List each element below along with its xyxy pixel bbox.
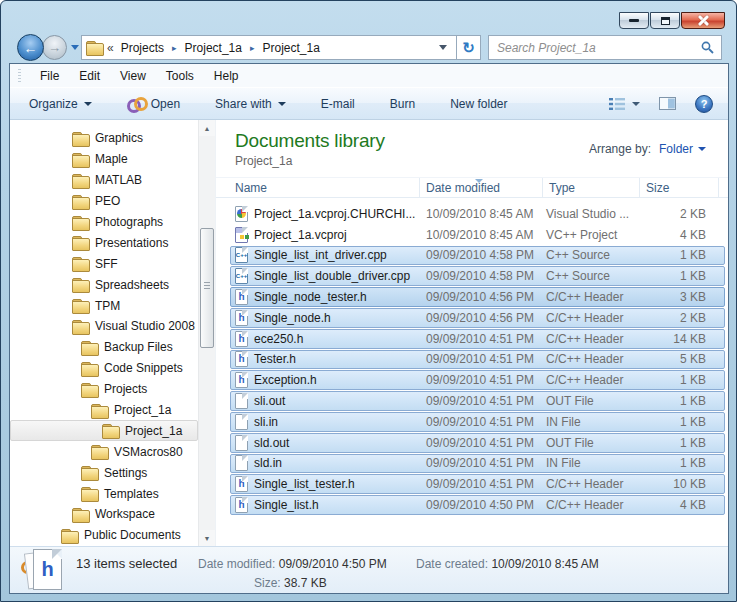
file-row-project-1a-vcproj-churchi-[interactable]: Project_1a.vcproj.CHURCHI...10/09/2010 8… <box>230 204 725 224</box>
sidebar-item-peo[interactable]: PEO <box>10 191 198 212</box>
sidebar-item-vsmacros80[interactable]: VSMacros80 <box>10 441 198 462</box>
address-bar[interactable]: « Projects▸Project_1a▸Project_1a <box>81 35 457 60</box>
breadcrumb-item-project-1a[interactable]: Project_1a <box>181 39 246 57</box>
file-row-sli-out[interactable]: sli.out09/09/2010 4:51 PMOUT File1 KB <box>230 391 725 411</box>
file-row-exception-h[interactable]: hException.h09/09/2010 4:51 PMC/C++ Head… <box>230 370 725 390</box>
file-size: 4 KB <box>640 498 713 512</box>
h-file-icon: h <box>235 476 248 492</box>
folder-icon <box>72 195 89 208</box>
vsuser-file-icon <box>235 206 248 222</box>
menu-item-file[interactable]: File <box>30 66 69 86</box>
arrange-by-control[interactable]: Arrange by: Folder <box>589 142 706 156</box>
sidebar-item-visual-studio-2008[interactable]: Visual Studio 2008 <box>10 316 198 337</box>
file-row-sld-out[interactable]: sld.out09/09/2010 4:51 PMOUT File1 KB <box>230 433 725 453</box>
file-row-tester-h[interactable]: hTester.h09/09/2010 4:51 PMC/C++ Header5… <box>230 350 725 370</box>
breadcrumb-item-project-1a[interactable]: Project_1a <box>258 39 323 57</box>
sidebar-scrollbar[interactable]: ▲ ▼ <box>198 120 215 546</box>
toolbar-button-burn[interactable]: Burn <box>381 92 424 116</box>
column-header-size[interactable]: Size <box>640 178 719 197</box>
size-value: 38.7 KB <box>284 576 327 590</box>
file-list: Project_1a.vcproj.CHURCHI...10/09/2010 8… <box>230 204 725 515</box>
scroll-down-icon[interactable]: ▼ <box>199 530 215 546</box>
sidebar-item-backup-files[interactable]: Backup Files <box>10 337 198 358</box>
arrange-by-value[interactable]: Folder <box>659 142 693 156</box>
sidebar-item-sff[interactable]: SFF <box>10 253 198 274</box>
sidebar-item-workspace[interactable]: Workspace <box>10 504 198 525</box>
toolbar-button-new-folder[interactable]: New folder <box>441 92 516 116</box>
breadcrumb-item-projects[interactable]: Projects <box>117 39 168 57</box>
file-date-modified: 09/09/2010 4:51 PM <box>421 456 542 470</box>
tree-item-label: MATLAB <box>95 173 142 187</box>
back-button[interactable]: ← <box>17 34 44 61</box>
views-dropdown-icon <box>632 102 640 106</box>
close-button[interactable] <box>681 12 725 29</box>
column-header-type[interactable]: Type <box>543 178 640 197</box>
sidebar-item-project-1a[interactable]: Project_1a <box>10 400 198 421</box>
file-name-cell: hSingle_node.h <box>231 310 421 326</box>
sidebar-item-presentations[interactable]: Presentations <box>10 232 198 253</box>
minimize-button[interactable] <box>619 12 649 29</box>
file-row-project-1a-vcproj[interactable]: Project_1a.vcproj10/09/2010 8:45 AMVC++ … <box>230 225 725 245</box>
sidebar-item-code-snippets[interactable]: Code Snippets <box>10 358 198 379</box>
file-row-single-list-tester-h[interactable]: hSingle_list_tester.h09/09/2010 4:51 PMC… <box>230 474 725 494</box>
file-name-cell: hTester.h <box>231 351 421 367</box>
sidebar-item-graphics[interactable]: Graphics <box>10 128 198 149</box>
menu-item-view[interactable]: View <box>110 66 156 86</box>
search-box[interactable] <box>488 35 722 60</box>
menu-item-help[interactable]: Help <box>204 66 249 86</box>
file-row-single-node-tester-h[interactable]: hSingle_node_tester.h09/09/2010 4:56 PMC… <box>230 287 725 307</box>
file-row-single-list-h[interactable]: hSingle_list.h09/09/2010 4:50 PMC/C++ He… <box>230 495 725 515</box>
file-name-cell: sli.out <box>231 393 421 409</box>
file-name-cell: sld.out <box>231 435 421 451</box>
sidebar-item-spreadsheets[interactable]: Spreadsheets <box>10 274 198 295</box>
address-dropdown-icon[interactable] <box>439 45 447 50</box>
folder-icon <box>72 174 89 187</box>
sidebar-item-photographs[interactable]: Photographs <box>10 212 198 233</box>
scrollbar-thumb[interactable] <box>200 228 214 348</box>
toolbar-button-share-with[interactable]: Share with <box>206 92 295 116</box>
file-name-cell: sld.in <box>231 455 421 471</box>
menu-item-tools[interactable]: Tools <box>156 66 204 86</box>
h-file-icon: h <box>235 331 248 347</box>
forward-button[interactable]: → <box>42 35 67 60</box>
file-size: 3 KB <box>640 290 713 304</box>
size-field: Size: 38.7 KB <box>254 576 327 590</box>
toolbar-button-open[interactable]: Open <box>118 92 189 116</box>
toolbar-button-e-mail[interactable]: E-mail <box>312 92 364 116</box>
search-input[interactable] <box>497 41 701 55</box>
file-name-cell: Project_1a.vcproj <box>231 227 421 243</box>
sidebar-item-projects[interactable]: Projects <box>10 379 198 400</box>
date-modified-value: 09/09/2010 4:50 PM <box>279 557 387 571</box>
sidebar-item-templates[interactable]: Templates <box>10 483 198 504</box>
file-date-modified: 09/09/2010 4:56 PM <box>421 311 542 325</box>
sidebar-item-settings[interactable]: Settings <box>10 462 198 483</box>
folder-icon <box>81 341 98 354</box>
sidebar-item-tpm[interactable]: TPM <box>10 295 198 316</box>
file-row-ece250-h[interactable]: hece250.h09/09/2010 4:51 PMC/C++ Header1… <box>230 329 725 349</box>
file-row-sli-in[interactable]: sli.in09/09/2010 4:51 PMIN File1 KB <box>230 412 725 432</box>
refresh-button[interactable]: ↻ <box>457 35 481 60</box>
preview-pane-button[interactable] <box>654 93 681 114</box>
breadcrumb-overflow-chevron[interactable]: « <box>103 41 117 55</box>
file-row-single-list-int-driver-cpp[interactable]: C++Single_list_int_driver.cpp09/09/2010 … <box>230 246 725 266</box>
h-file-icon: h <box>235 310 248 326</box>
file-name: sld.in <box>254 456 282 470</box>
details-pane: h 13 items selected Date modified: 09/09… <box>10 546 728 593</box>
file-row-single-list-double-driver-cpp[interactable]: C++Single_list_double_driver.cpp09/09/20… <box>230 266 725 286</box>
sidebar-item-matlab[interactable]: MATLAB <box>10 170 198 191</box>
restore-button[interactable] <box>650 12 680 29</box>
scroll-up-icon[interactable]: ▲ <box>199 120 215 136</box>
file-row-sld-in[interactable]: sld.in09/09/2010 4:51 PMIN File1 KB <box>230 454 725 474</box>
recent-pages-dropdown-icon[interactable] <box>71 45 79 50</box>
sidebar-item-maple[interactable]: Maple <box>10 149 198 170</box>
toolbar-button-organize[interactable]: Organize <box>20 92 101 116</box>
file-row-single-node-h[interactable]: hSingle_node.h09/09/2010 4:56 PMC/C++ He… <box>230 308 725 328</box>
sidebar-item-public-documents[interactable]: Public Documents <box>10 525 198 546</box>
sidebar-item-project-1a[interactable]: Project_1a <box>10 420 198 441</box>
help-button[interactable]: ? <box>690 91 718 117</box>
menu-item-edit[interactable]: Edit <box>69 66 110 86</box>
search-icon[interactable] <box>701 41 714 54</box>
h-file-icon: h <box>235 289 248 305</box>
column-header-name[interactable]: Name <box>216 178 420 197</box>
change-view-button[interactable] <box>604 94 645 114</box>
